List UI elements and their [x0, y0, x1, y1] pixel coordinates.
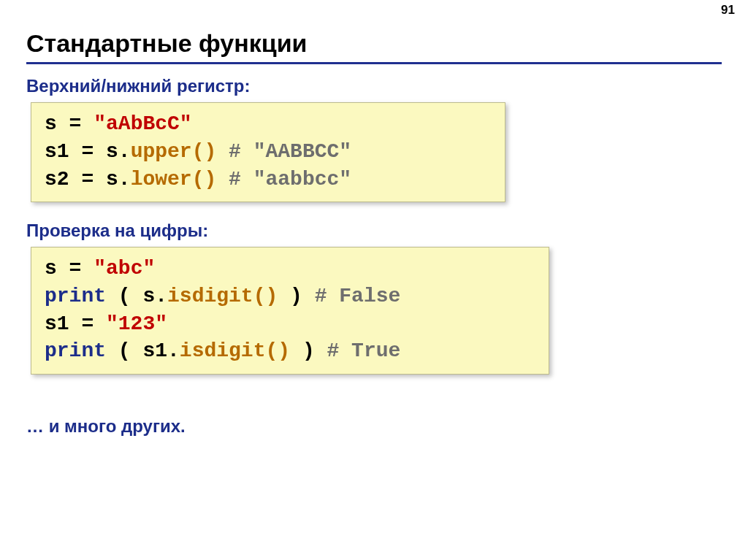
section-digits: Проверка на цифры: — [26, 220, 208, 241]
keyword: print — [45, 340, 106, 362]
code-text: ) — [290, 340, 327, 362]
code-line: print ( s1.isdigit() ) # True — [45, 337, 535, 365]
code-text: s1 = — [45, 312, 106, 335]
comment: # True — [327, 340, 401, 362]
string-literal: "123" — [106, 312, 167, 335]
code-line: print ( s.isdigit() ) # False — [45, 283, 535, 310]
string-literal: "abc" — [94, 257, 155, 280]
section-upper-lower: Верхний/нижний регистр: — [26, 76, 251, 96]
code-text: s. — [142, 285, 167, 307]
comment: # "aabbcc" — [229, 168, 351, 191]
code-line: s = "abc" — [45, 255, 535, 283]
code-text — [216, 168, 229, 191]
slide-title: Стандартные функции — [26, 29, 722, 64]
code-block-upper-lower: s = "aAbBcC" s1 = s.upper() # "AABBCC" s… — [31, 102, 505, 202]
method-call: isdigit() — [180, 340, 290, 362]
string-literal: "aAbBcC" — [94, 112, 191, 135]
code-line: s = "aAbBcC" — [45, 110, 492, 138]
comment: # "AABBCC" — [229, 140, 351, 163]
section-more: … и много других. — [26, 416, 186, 437]
code-text: ( s1. — [106, 340, 180, 362]
code-block-digits: s = "abc" print ( s.isdigit() ) # False … — [31, 247, 549, 375]
code-text: s2 = s. — [45, 168, 131, 191]
code-text: s1 = s. — [45, 140, 131, 163]
code-text: s = — [45, 112, 94, 135]
code-line: s2 = s.lower() # "aabbcc" — [45, 166, 492, 193]
code-line: s1 = s.upper() # "AABBCC" — [45, 138, 492, 166]
keyword: print — [45, 285, 106, 307]
code-text: ( — [106, 285, 142, 307]
comment: # False — [315, 285, 401, 307]
method-call: lower() — [131, 168, 217, 191]
code-line: s1 = "123" — [45, 310, 535, 338]
code-text — [216, 140, 229, 163]
slide: 91 Стандартные функции Верхний/нижний ре… — [0, 0, 748, 560]
method-call: isdigit() — [167, 285, 278, 307]
page-number: 91 — [721, 3, 735, 18]
method-call: upper() — [131, 140, 217, 163]
code-text: ) — [278, 285, 314, 307]
code-text: s = — [45, 257, 94, 280]
